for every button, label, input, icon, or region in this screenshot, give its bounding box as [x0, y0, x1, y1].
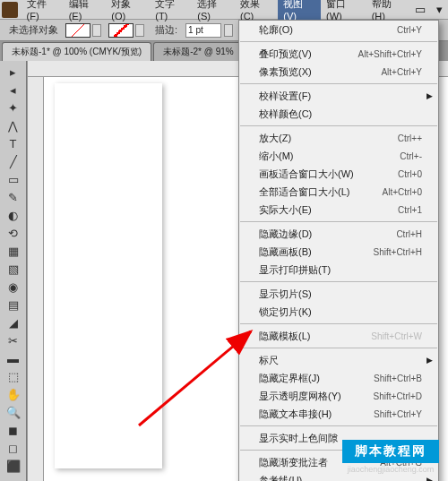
menu-item-label: 校样颜色(C)	[259, 107, 422, 121]
menu-select[interactable]: 选择(S)	[192, 0, 235, 24]
stroke-weight-input[interactable]	[185, 23, 221, 38]
menu-item-label: 标尺	[259, 354, 422, 367]
menu-item[interactable]: 隐藏文本串接(H)Shift+Ctrl+Y	[239, 405, 438, 423]
tool-panel: ▸◂✦⋀T╱▭✎◐⟲▦▧◉▤◢✂▬⬚✋🔍◼◻⬛	[0, 61, 27, 481]
tool-7[interactable]: ✎	[2, 188, 25, 206]
menu-shortcut: Shift+Ctrl+H	[374, 247, 422, 257]
tool-10[interactable]: ▦	[2, 242, 25, 260]
menu-shortcut: Shift+Ctrl+Y	[374, 409, 422, 419]
menu-separator	[240, 83, 437, 84]
tool-14[interactable]: ◢	[2, 314, 25, 331]
tool-1[interactable]: ◂	[2, 81, 25, 99]
menu-item-label: 放大(Z)	[259, 132, 398, 145]
menu-file[interactable]: 文件(F)	[22, 0, 64, 24]
tool-11[interactable]: ▧	[2, 260, 25, 278]
watermark: 脚本教程网 jiaochengjiaocheng.com	[342, 440, 439, 474]
fill-dropdown[interactable]	[92, 24, 101, 37]
tool-20[interactable]: ◼	[2, 421, 25, 439]
submenu-arrow-icon: ▶	[426, 91, 433, 100]
menu-shortcut: Ctrl++	[398, 133, 422, 143]
menu-item-label: 隐藏文本串接(H)	[259, 408, 374, 421]
menu-shortcut: Shift+Ctrl+B	[374, 374, 422, 383]
menu-item[interactable]: 叠印预览(V)Alt+Shift+Ctrl+Y	[239, 45, 438, 63]
stroke-dropdown[interactable]	[135, 24, 144, 37]
menu-text[interactable]: 文字(T)	[150, 0, 192, 24]
menu-item[interactable]: 轮廓(O)Ctrl+Y	[239, 21, 438, 39]
tool-0[interactable]: ▸	[2, 63, 25, 81]
menu-shortcut: Alt+Ctrl+0	[383, 187, 422, 197]
menu-separator	[240, 425, 437, 426]
menu-item-label: 显示切片(S)	[259, 288, 422, 301]
menu-item[interactable]: 显示切片(S)	[239, 285, 438, 303]
menu-object[interactable]: 对象(O)	[106, 0, 150, 24]
stroke-swatch[interactable]	[108, 23, 134, 38]
menu-shortcut: Ctrl+Y	[397, 25, 422, 35]
tool-4[interactable]: T	[2, 134, 25, 152]
menu-separator	[240, 348, 437, 348]
stroke-weight-dropdown[interactable]	[224, 24, 233, 37]
document-tab-2[interactable]: 未标题-2* @ 91%	[153, 42, 244, 61]
tool-21[interactable]: ◻	[2, 439, 25, 457]
menu-shortcut: Shift+Ctrl+W	[371, 331, 422, 341]
menu-shortcut: Ctrl+-	[400, 151, 422, 161]
menu-item-label: 画板适合窗口大小(W)	[259, 167, 398, 181]
menu-shortcut: Alt+Ctrl+Y	[381, 67, 422, 77]
menu-shortcut: Ctrl+1	[398, 205, 422, 215]
menu-item-label: 隐藏边缘(D)	[259, 228, 396, 241]
dropdown-icon[interactable]: ▾	[431, 3, 448, 16]
tool-17[interactable]: ⬚	[2, 367, 25, 385]
menu-item[interactable]: 锁定切片(K)	[239, 303, 438, 321]
menu-item-label: 校样设置(F)	[259, 90, 422, 103]
tool-6[interactable]: ▭	[2, 170, 25, 188]
menu-shortcut: Shift+Ctrl+D	[374, 391, 422, 401]
menu-item[interactable]: 画板适合窗口大小(W)Ctrl+0	[239, 165, 438, 183]
menu-item-label: 缩小(M)	[259, 150, 400, 163]
menu-item[interactable]: 显示打印拼贴(T)	[239, 261, 438, 279]
tool-8[interactable]: ◐	[2, 206, 25, 224]
menu-item-label: 像素预览(X)	[259, 65, 381, 79]
menu-edit[interactable]: 编辑(E)	[64, 0, 107, 24]
menu-item[interactable]: 放大(Z)Ctrl++	[239, 129, 438, 147]
selection-status: 未选择对象	[9, 23, 58, 37]
tool-13[interactable]: ▤	[2, 296, 25, 314]
menu-item[interactable]: 实际大小(E)Ctrl+1	[239, 201, 438, 219]
ruler-vertical	[28, 77, 44, 481]
menu-item[interactable]: 隐藏定界框(J)Shift+Ctrl+B	[239, 369, 438, 387]
menu-item[interactable]: 校样设置(F)▶	[239, 87, 438, 105]
menu-item[interactable]: 像素预览(X)Alt+Ctrl+Y	[239, 63, 438, 81]
layout-icon[interactable]: ▭	[409, 3, 431, 16]
document-tab-1[interactable]: 未标题-1* @ 100% (CMYK/预览)	[2, 42, 151, 61]
fill-swatch[interactable]	[65, 23, 90, 38]
menu-item-label: 隐藏画板(B)	[259, 245, 374, 259]
app-logo-icon	[2, 2, 18, 18]
menu-item[interactable]: 隐藏画板(B)Shift+Ctrl+H	[239, 243, 438, 261]
tool-15[interactable]: ✂	[2, 331, 25, 349]
menu-shortcut: Alt+Shift+Ctrl+Y	[358, 49, 422, 59]
menu-shortcut: Ctrl+0	[398, 169, 422, 179]
tool-19[interactable]: 🔍	[2, 403, 25, 421]
tool-5[interactable]: ╱	[2, 152, 25, 170]
menu-item[interactable]: 标尺▶	[239, 351, 438, 369]
tool-2[interactable]: ✦	[2, 99, 25, 116]
tool-9[interactable]: ⟲	[2, 224, 25, 242]
menu-item[interactable]: 缩小(M)Ctrl+-	[239, 147, 438, 165]
menu-item[interactable]: 隐藏边缘(D)Ctrl+H	[239, 225, 438, 243]
menu-separator	[240, 41, 437, 42]
menu-item-label: 显示打印拼贴(T)	[259, 263, 422, 277]
menu-separator	[240, 125, 437, 126]
tool-18[interactable]: ✋	[2, 385, 25, 403]
tool-22[interactable]: ⬛	[2, 457, 25, 475]
menu-item[interactable]: 显示透明度网格(Y)Shift+Ctrl+D	[239, 387, 438, 405]
menu-item-label: 参考线(U)	[259, 474, 422, 482]
tool-12[interactable]: ◉	[2, 278, 25, 296]
menu-item[interactable]: 校样颜色(C)	[239, 105, 438, 123]
tool-3[interactable]: ⋀	[2, 116, 25, 134]
tool-16[interactable]: ▬	[2, 349, 25, 367]
stroke-label: 描边:	[155, 23, 177, 37]
menu-separator	[240, 323, 437, 324]
artboard[interactable]	[55, 83, 162, 468]
menu-separator	[240, 281, 437, 282]
menu-item[interactable]: 全部适合窗口大小(L)Alt+Ctrl+0	[239, 183, 438, 201]
view-menu-dropdown: 轮廓(O)Ctrl+Y叠印预览(V)Alt+Shift+Ctrl+Y像素预览(X…	[238, 20, 439, 481]
menu-item: 隐藏模板(L)Shift+Ctrl+W	[239, 327, 438, 345]
